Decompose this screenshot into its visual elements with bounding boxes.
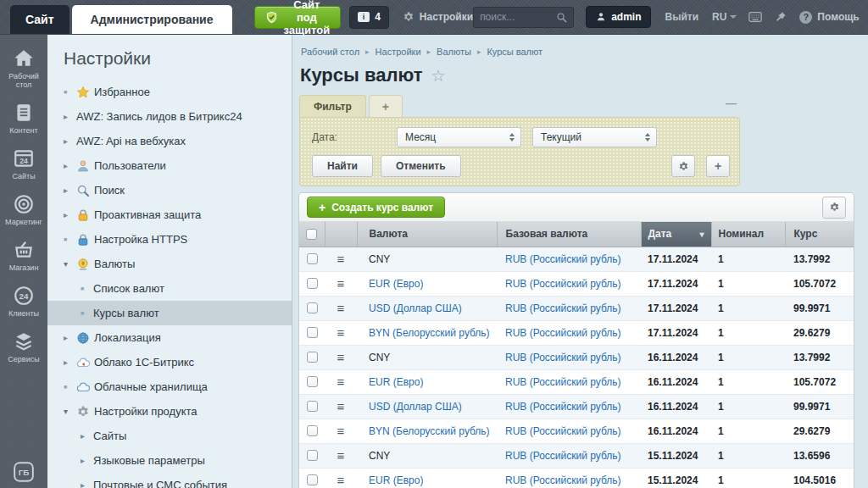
row-checkbox[interactable]: [307, 302, 318, 313]
menu-item-awz-api[interactable]: ▸AWZ: Api на вебхуках: [47, 129, 292, 153]
menu-item-currency-rates[interactable]: ■Курсы валют: [47, 301, 292, 325]
menu-item-currency[interactable]: ▾Валюты: [47, 252, 292, 276]
row-checkbox[interactable]: [307, 425, 318, 436]
menu-item-users[interactable]: ▸Пользователи: [47, 153, 292, 178]
period-value-select[interactable]: Текущий: [532, 127, 657, 147]
row-checkbox[interactable]: [307, 401, 318, 412]
help-link[interactable]: ? Помощь: [799, 11, 859, 24]
currency-link[interactable]: USD (Доллар США): [369, 302, 462, 314]
base-currency-link[interactable]: RUB (Российский рубль): [505, 474, 620, 486]
row-menu-icon[interactable]: ≡: [325, 301, 357, 315]
row-menu-icon[interactable]: ≡: [325, 325, 357, 340]
currency-link[interactable]: EUR (Евро): [369, 474, 423, 486]
column-header-0[interactable]: Валюта: [357, 222, 497, 247]
sidebar-item-sites[interactable]: 24Сайты: [0, 141, 47, 187]
base-currency-link[interactable]: RUB (Российский рубль): [505, 450, 620, 462]
menu-item-favorites[interactable]: ■Избранное: [47, 80, 292, 104]
nominal-cell: 1: [711, 468, 785, 488]
cancel-button[interactable]: Отменить: [381, 155, 461, 177]
menu-item-product-sites[interactable]: ▸Сайты: [47, 424, 292, 448]
grid-settings-button[interactable]: [822, 197, 846, 219]
row-checkbox[interactable]: [307, 278, 318, 289]
currency-link[interactable]: BYN (Белорусский рубль): [369, 425, 490, 437]
rates-table: ВалютаБазовая валютаДата▾НоминалКурс ≡CN…: [299, 222, 854, 488]
select-all-column-header: [299, 222, 325, 247]
tab-site[interactable]: Сайт: [10, 5, 70, 34]
currency-link[interactable]: EUR (Евро): [369, 376, 423, 388]
row-checkbox[interactable]: [307, 327, 318, 338]
base-currency-link[interactable]: RUB (Российский рубль): [505, 425, 620, 437]
user-menu-button[interactable]: admin: [586, 6, 651, 28]
row-checkbox[interactable]: [307, 474, 318, 485]
sidebar-item-shop[interactable]: Магазин: [0, 233, 47, 279]
find-button[interactable]: Найти: [312, 155, 373, 177]
row-menu-icon[interactable]: ≡: [325, 424, 357, 438]
column-header-4[interactable]: Курс: [785, 222, 854, 247]
currency-link[interactable]: USD (Доллар США): [369, 401, 462, 413]
menu-item-search[interactable]: ▸Поиск: [47, 178, 292, 202]
filter-add-tab[interactable]: +: [369, 95, 403, 117]
row-menu-icon[interactable]: ≡: [325, 350, 357, 364]
create-rate-button[interactable]: + Создать курс валют: [307, 197, 445, 218]
base-currency-link[interactable]: RUB (Российский рубль): [505, 376, 620, 388]
menu-item-cloud-storage[interactable]: ■Облачные хранилища: [47, 374, 292, 399]
filter-tab[interactable]: Фильтр: [299, 95, 366, 117]
menu-item-product-settings[interactable]: ▾Настройки продукта: [47, 399, 292, 424]
hotkeys-icon[interactable]: [748, 11, 762, 23]
column-header-3[interactable]: Номинал: [711, 222, 785, 247]
row-checkbox[interactable]: [307, 253, 318, 264]
menu-item-awz-leads[interactable]: ▸AWZ: Запись лидов в Битрикс24: [47, 104, 292, 129]
base-currency-link[interactable]: RUB (Российский рубль): [505, 401, 620, 413]
base-currency-link[interactable]: RUB (Российский рубль): [505, 352, 620, 363]
row-checkbox[interactable]: [307, 352, 318, 363]
filter-add-field-button[interactable]: +: [706, 155, 730, 177]
language-selector[interactable]: RU: [712, 11, 737, 23]
site-protected-button[interactable]: Сайт под защитой: [254, 6, 342, 29]
period-type-select[interactable]: Месяц: [397, 127, 521, 147]
breadcrumb-item-2[interactable]: Валюты: [437, 47, 471, 57]
search-input[interactable]: [480, 11, 556, 23]
row-menu-icon[interactable]: ≡: [325, 399, 357, 413]
row-menu-icon[interactable]: ≡: [325, 276, 357, 291]
column-header-2[interactable]: Дата▾: [641, 222, 711, 247]
sidebar-item-services[interactable]: Сервисы: [0, 324, 47, 370]
base-currency-link[interactable]: RUB (Российский рубль): [505, 327, 620, 339]
select-all-checkbox[interactable]: [306, 229, 317, 240]
row-checkbox[interactable]: [307, 450, 318, 461]
menu-item-localization[interactable]: ▸Локализация: [47, 325, 292, 350]
filter-minimize-button[interactable]: —: [726, 97, 737, 109]
breadcrumb-item-1[interactable]: Настройки: [376, 47, 421, 57]
row-menu-icon[interactable]: ≡: [325, 374, 357, 389]
pin-icon[interactable]: [774, 11, 787, 23]
menu-item-lang-params[interactable]: ▸Языковые параметры: [47, 448, 292, 473]
favorite-star-icon[interactable]: ☆: [431, 66, 445, 86]
currency-link[interactable]: BYN (Белорусский рубль): [369, 327, 490, 339]
row-menu-icon[interactable]: ≡: [325, 473, 357, 487]
sidebar-item-desktop[interactable]: Рабочий стол: [0, 42, 47, 96]
bitrix-logo-icon[interactable]: ГБ: [0, 461, 47, 483]
logout-link[interactable]: Выйти: [665, 11, 698, 23]
currency-link[interactable]: EUR (Евро): [369, 278, 423, 290]
base-currency-link[interactable]: RUB (Российский рубль): [505, 278, 620, 290]
sidebar-item-marketing[interactable]: Маркетинг: [0, 187, 47, 233]
row-menu-icon[interactable]: ≡: [325, 448, 357, 463]
topbar-settings-button[interactable]: Настройки: [403, 11, 473, 23]
tab-admin[interactable]: Администрирование: [72, 5, 232, 34]
menu-item-https[interactable]: ■Настройка HTTPS: [47, 227, 292, 252]
column-header-1[interactable]: Базовая валюта: [497, 222, 641, 247]
menu-item-proactive[interactable]: ▸Проактивная защита: [47, 202, 292, 227]
breadcrumb-item-0[interactable]: Рабочий стол: [301, 47, 359, 57]
menu-item-currency-list[interactable]: ■Список валют: [47, 276, 292, 301]
row-menu-icon[interactable]: ≡: [325, 252, 357, 266]
row-checkbox[interactable]: [307, 376, 318, 387]
menu-item-mail-sms[interactable]: ▸Почтовые и СМС события: [47, 473, 292, 488]
base-currency-link[interactable]: RUB (Российский рубль): [505, 302, 620, 314]
search-icon[interactable]: [556, 12, 567, 23]
breadcrumb-item-3[interactable]: Курсы валют: [487, 47, 542, 57]
menu-item-cloud-bitrix[interactable]: ▸Облако 1С-Битрикс: [47, 350, 292, 374]
filter-settings-button[interactable]: [671, 155, 695, 177]
sidebar-item-clients[interactable]: 24Клиенты: [0, 279, 47, 324]
sidebar-item-content[interactable]: Контент: [0, 96, 47, 141]
notifications-badge[interactable]: i 4: [349, 6, 389, 29]
base-currency-link[interactable]: RUB (Российский рубль): [505, 253, 620, 265]
